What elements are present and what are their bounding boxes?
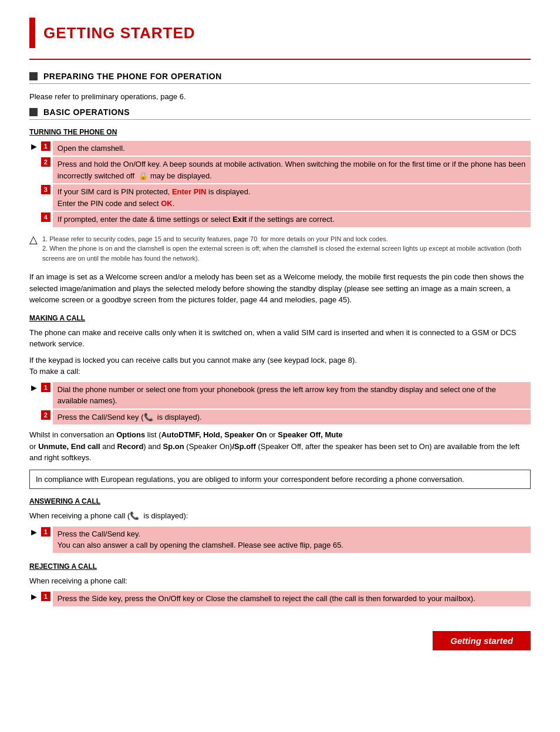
basic-ops-rule bbox=[29, 119, 531, 120]
welcome-screen-text: If an image is set as a Welcome screen a… bbox=[29, 271, 531, 306]
making-call-step-group: ► 1 Dial the phone number or select one … bbox=[29, 382, 531, 426]
rej-step-num-1: 1 bbox=[41, 592, 50, 601]
basic-ops-header: BASIC OPERATIONS bbox=[29, 107, 531, 117]
step-4-content: If prompted, enter the date & time setti… bbox=[53, 212, 531, 227]
footer-bar: Getting started bbox=[29, 631, 531, 650]
basic-ops-title: BASIC OPERATIONS bbox=[43, 107, 130, 117]
footer-label: Getting started bbox=[433, 631, 531, 650]
page-title: GETTING STARTED bbox=[43, 24, 195, 42]
answering-call-title: ANSWERING A CALL bbox=[29, 497, 531, 505]
rejecting-step-group: ► 1 Press the Side key, press the On/Off… bbox=[29, 591, 531, 608]
phone-icon: 📞 bbox=[144, 413, 153, 421]
mc-step-1-content: Dial the phone number or select one from… bbox=[53, 382, 531, 409]
turning-on-title: TURNING THE PHONE ON bbox=[29, 128, 531, 136]
answering-call-body: When receiving a phone call (📞 is displa… bbox=[29, 510, 531, 522]
compliance-text: In compliance with European regulations,… bbox=[36, 475, 464, 484]
arrow-icon-4: ► bbox=[29, 592, 39, 602]
warning-icon: △ bbox=[29, 233, 38, 246]
ok-text: OK bbox=[161, 199, 173, 208]
step-3-content: If your SIM card is PIN protected, Enter… bbox=[53, 184, 531, 211]
exit-text: Exit bbox=[232, 215, 247, 224]
section-icon-2 bbox=[29, 108, 38, 116]
arrow-icon: ► bbox=[29, 141, 39, 152]
phone-icon-2: 📞 bbox=[130, 511, 139, 520]
making-call-body2: If the keypad is locked you can receive … bbox=[29, 355, 531, 377]
making-call-body1: The phone can make and receive calls onl… bbox=[29, 327, 531, 350]
header-rule bbox=[29, 59, 531, 60]
step-num-1: 1 bbox=[41, 141, 50, 151]
step-2-content: Press and hold the On/Off key. A beep so… bbox=[53, 157, 531, 183]
step-1-content: Open the clamshell. bbox=[53, 141, 531, 156]
step-1-row: 1 Open the clamshell. bbox=[41, 141, 531, 156]
mc-step-2-content: Press the Call/Send key (📞 is displayed)… bbox=[53, 410, 531, 425]
steps-container: 1 Open the clamshell. 2 Press and hold t… bbox=[41, 141, 531, 228]
section-icon bbox=[29, 72, 38, 80]
rejecting-numbered: 1 Press the Side key, press the On/Off k… bbox=[41, 591, 531, 608]
rejecting-call-body: When receiving a phone call: bbox=[29, 575, 531, 587]
speakeroff-text: Speaker Off, Mute bbox=[278, 430, 343, 439]
step-num-3: 3 bbox=[41, 185, 50, 194]
answering-call-steps: ► 1 Press the Call/Send key.You can also… bbox=[29, 527, 531, 554]
arrow-icon-3: ► bbox=[29, 527, 39, 538]
mc-step-num-2: 2 bbox=[41, 410, 50, 420]
rej-step-1-content: Press the Side key, press the On/Off key… bbox=[53, 591, 531, 606]
mc-step-num-1: 1 bbox=[41, 383, 50, 392]
preparing-header: PREPARING THE PHONE FOR OPERATION bbox=[29, 72, 531, 81]
ans-step-1-content: Press the Call/Send key.You can also ans… bbox=[53, 527, 531, 553]
step-num-2: 2 bbox=[41, 157, 50, 167]
making-call-step-2: 2 Press the Call/Send key (📞 is displaye… bbox=[41, 410, 531, 425]
rejecting-call-title: REJECTING A CALL bbox=[29, 562, 531, 571]
record-text: Record bbox=[117, 442, 144, 451]
step-2-row: 2 Press and hold the On/Off key. A beep … bbox=[41, 157, 531, 183]
unmute-text: Unmute, End call bbox=[38, 442, 100, 451]
note-text: 1. Please refer to security codes, page … bbox=[42, 234, 531, 264]
enter-pin-text: Enter PIN bbox=[172, 187, 207, 196]
making-call-steps: ► 1 Dial the phone number or select one … bbox=[29, 382, 531, 426]
compliance-box: In compliance with European regulations,… bbox=[29, 470, 531, 490]
step-num-4: 4 bbox=[41, 212, 50, 222]
spoff-text: /Sp.off bbox=[232, 442, 255, 451]
autodtmf-text: AutoDTMF, Hold, Speaker On bbox=[161, 430, 267, 439]
options-text: Options bbox=[116, 430, 145, 439]
preparing-body: Please refer to preliminary operations, … bbox=[29, 91, 531, 103]
whilst-text: Whilst in conversation an Options list (… bbox=[29, 429, 531, 464]
step-4-row: 4 If prompted, enter the date & time set… bbox=[41, 212, 531, 227]
ans-step-num-1: 1 bbox=[41, 527, 50, 537]
step-group-1: ► 1 Open the clamshell. 2 Press and hold… bbox=[29, 141, 531, 228]
answering-step-1: 1 Press the Call/Send key.You can also a… bbox=[41, 527, 531, 553]
rejecting-call-steps: ► 1 Press the Side key, press the On/Off… bbox=[29, 591, 531, 608]
turning-on-steps: ► 1 Open the clamshell. 2 Press and hold… bbox=[29, 141, 531, 228]
page-header: GETTING STARTED bbox=[29, 18, 531, 48]
answering-step-group: ► 1 Press the Call/Send key.You can also… bbox=[29, 527, 531, 554]
rejecting-step-1: 1 Press the Side key, press the On/Off k… bbox=[41, 591, 531, 606]
arrow-icon-2: ► bbox=[29, 383, 39, 393]
answering-numbered: 1 Press the Call/Send key.You can also a… bbox=[41, 527, 531, 554]
spon-text: Sp.on bbox=[163, 442, 184, 451]
making-call-step-1: 1 Dial the phone number or select one fr… bbox=[41, 382, 531, 409]
note-box: △ 1. Please refer to security codes, pag… bbox=[29, 234, 531, 264]
lock-icon: 🔒 bbox=[139, 171, 148, 180]
red-accent-bar bbox=[29, 18, 35, 48]
making-call-title: MAKING A CALL bbox=[29, 314, 531, 322]
preparing-title: PREPARING THE PHONE FOR OPERATION bbox=[43, 72, 222, 81]
preparing-rule bbox=[29, 83, 531, 84]
making-call-numbered: 1 Dial the phone number or select one fr… bbox=[41, 382, 531, 426]
step-3-row: 3 If your SIM card is PIN protected, Ent… bbox=[41, 184, 531, 211]
